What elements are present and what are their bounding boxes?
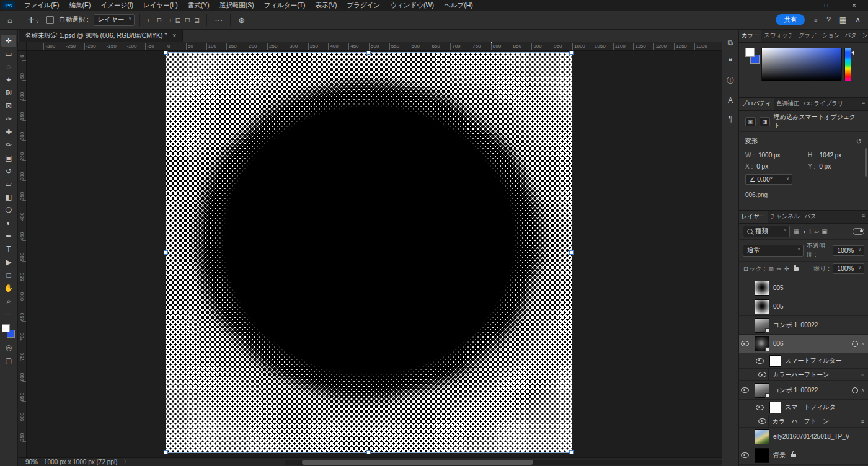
visibility-toggle[interactable]: [754, 353, 766, 368]
properties-tab[interactable]: CC ライブラリ: [802, 98, 846, 110]
reset-transform-icon[interactable]: ↺: [856, 138, 862, 146]
align-icon[interactable]: ⊟: [183, 16, 192, 24]
current-tool-icon[interactable]: ✛∨: [25, 15, 42, 25]
layer-row[interactable]: カラーハーフトーン≡: [739, 369, 868, 381]
layer-row[interactable]: コンポ 1_00022∧: [739, 381, 868, 400]
shape-tool[interactable]: □: [1, 269, 16, 281]
layer-row[interactable]: elly20160701425018_TP_V: [739, 428, 868, 446]
layer-row[interactable]: 005: [739, 297, 868, 316]
home-icon[interactable]: ⌂: [5, 15, 15, 25]
halftone-image[interactable]: [166, 52, 572, 453]
clone-stamp-tool[interactable]: ▣: [1, 152, 16, 164]
type-tool[interactable]: T: [1, 243, 16, 255]
color-swatches[interactable]: [1, 324, 16, 339]
visibility-toggle[interactable]: [739, 446, 751, 464]
panel-color-swatches[interactable]: [744, 48, 763, 66]
collapse-chevron-icon[interactable]: ∧: [861, 388, 864, 393]
healing-brush-tool[interactable]: ✚: [1, 126, 16, 138]
layer-filter-dropdown[interactable]: 種類: [743, 226, 790, 237]
screen-mode-icon[interactable]: ▢: [5, 356, 12, 365]
paragraph-icon[interactable]: ¶: [728, 115, 732, 123]
color-tab[interactable]: スウォッチ: [761, 30, 796, 42]
layer-filter-icon[interactable]: ◑: [801, 228, 806, 235]
visibility-toggle[interactable]: [756, 369, 769, 380]
menu-item[interactable]: 書式(Y): [183, 1, 215, 10]
layer-row[interactable]: カラーハーフトーン≡: [739, 415, 868, 428]
properties-tab[interactable]: プロパティ: [739, 98, 774, 110]
menu-item[interactable]: フィルター(T): [259, 1, 311, 10]
saturation-brightness-box[interactable]: [761, 48, 842, 81]
filter-options-icon[interactable]: ≡: [861, 418, 864, 424]
smart-filter-badge-icon[interactable]: [852, 387, 858, 393]
hand-tool[interactable]: ✋: [1, 282, 16, 294]
dodge-tool[interactable]: ◐: [1, 217, 16, 229]
character-icon[interactable]: A: [728, 96, 733, 105]
path-selection-tool[interactable]: ▶: [1, 256, 16, 268]
minimize-icon[interactable]: ─: [784, 0, 812, 11]
quick-selection-tool[interactable]: ✦: [1, 74, 16, 86]
filter-toggle[interactable]: [852, 228, 864, 235]
layers-tab[interactable]: チャンネル: [768, 211, 802, 223]
close-icon[interactable]: ✕: [840, 0, 868, 11]
x-field[interactable]: 0 px: [756, 163, 789, 170]
history-brush-tool[interactable]: ↺: [1, 165, 16, 177]
panel-menu-icon[interactable]: ≡: [859, 98, 868, 110]
help-icon[interactable]: ?: [826, 15, 831, 24]
align-icon[interactable]: ⊓: [155, 16, 164, 24]
info-icon[interactable]: ⓘ: [727, 76, 734, 86]
properties-tab[interactable]: 色調補正: [774, 98, 802, 110]
align-icon[interactable]: ⊐: [164, 16, 173, 24]
zoom-tool[interactable]: ⌕: [1, 295, 16, 307]
lock-pixels-icon[interactable]: ✏: [777, 266, 782, 272]
comments-icon[interactable]: ❝: [728, 57, 732, 66]
layer-row[interactable]: スマートフィルター: [739, 400, 868, 415]
share-button[interactable]: 共有: [776, 14, 805, 25]
color-tab[interactable]: パターン: [842, 30, 868, 42]
foreground-color-swatch[interactable]: [745, 48, 755, 57]
y-field[interactable]: 0 px: [819, 163, 831, 170]
canvas-area[interactable]: -300-250-200-150-100-5005010015020025030…: [18, 42, 722, 457]
visibility-toggle[interactable]: [739, 428, 751, 446]
eraser-tool[interactable]: ▱: [1, 178, 16, 190]
visibility-toggle[interactable]: [739, 316, 751, 334]
foreground-color-swatch[interactable]: [2, 324, 10, 332]
layers-tab[interactable]: レイヤー: [739, 211, 768, 223]
crop-tool[interactable]: ₪: [1, 87, 16, 99]
panel-scrollbar-thumb[interactable]: [865, 148, 867, 177]
edit-toolbar-icon[interactable]: ⋯: [6, 310, 12, 318]
maximize-icon[interactable]: □: [812, 0, 840, 11]
visibility-toggle[interactable]: [739, 279, 751, 297]
panel-menu-icon[interactable]: ≡: [859, 211, 868, 223]
quick-mask-icon[interactable]: ◎: [6, 343, 12, 352]
hue-slider-handle[interactable]: [851, 50, 854, 55]
marquee-tool[interactable]: ▭: [1, 48, 16, 60]
filter-options-icon[interactable]: ≡: [861, 372, 864, 378]
layer-row[interactable]: スマートフィルター: [739, 353, 868, 369]
menu-item[interactable]: 表示(V): [311, 1, 342, 10]
align-icon[interactable]: ⊑: [174, 16, 183, 24]
layer-row[interactable]: 背景: [739, 446, 868, 465]
blur-tool[interactable]: ❍: [1, 204, 16, 216]
layer-filter-icon[interactable]: ▦: [793, 228, 800, 235]
auto-select-target-dropdown[interactable]: レイヤー: [94, 14, 135, 26]
lock-all-icon[interactable]: [794, 267, 799, 271]
visibility-toggle[interactable]: [739, 381, 751, 399]
align-icon[interactable]: ⊏: [145, 16, 154, 24]
layer-filter-icon[interactable]: ▣: [821, 228, 828, 235]
brush-tool[interactable]: ✏: [1, 139, 16, 151]
zoom-level-field[interactable]: 90%: [25, 459, 38, 465]
layer-filter-icon[interactable]: T: [808, 228, 813, 235]
menu-item[interactable]: 編集(E): [64, 1, 95, 10]
libraries-icon[interactable]: ⧉: [728, 38, 733, 47]
menu-item[interactable]: ウィンドウ(W): [385, 1, 439, 10]
visibility-toggle[interactable]: [739, 335, 751, 353]
pen-tool[interactable]: ✒: [1, 230, 16, 242]
chevron-up-icon[interactable]: ∧: [855, 15, 861, 24]
collapse-chevron-icon[interactable]: ∧: [861, 341, 864, 346]
menu-item[interactable]: ヘルプ(H): [439, 1, 478, 10]
auto-select-checkbox[interactable]: [46, 16, 54, 24]
lock-position-icon[interactable]: ✛: [784, 266, 789, 272]
gear-icon[interactable]: ⊛: [236, 15, 247, 25]
visibility-toggle[interactable]: [739, 297, 751, 315]
smart-filter-badge-icon[interactable]: [852, 341, 858, 347]
